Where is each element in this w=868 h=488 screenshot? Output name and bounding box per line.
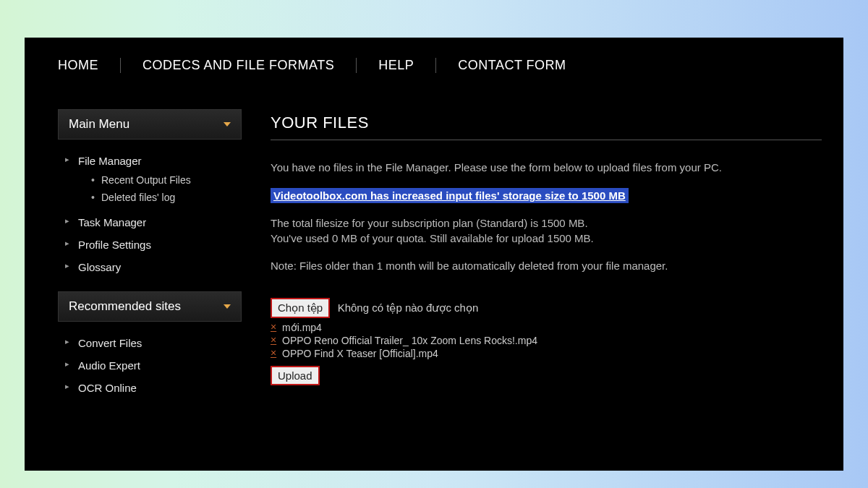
top-nav: HOME CODECS AND FILE FORMATS HELP CONTAC…: [25, 38, 843, 80]
choose-file-button[interactable]: Chọn tệp: [271, 298, 330, 318]
quota-line1: The total filesize for your subscription…: [271, 217, 588, 229]
quota-info: The total filesize for your subscription…: [271, 216, 822, 246]
menu-profile-settings[interactable]: Profile Settings: [62, 234, 237, 256]
page-title: YOUR FILES: [271, 114, 822, 140]
storage-announcement[interactable]: Videotoolbox.com has increased input fil…: [271, 188, 629, 203]
nav-contact[interactable]: CONTACT FORM: [436, 58, 587, 73]
nav-codecs[interactable]: CODECS AND FILE FORMATS: [121, 58, 357, 73]
rec-audio-expert[interactable]: Audio Expert: [62, 354, 237, 377]
nav-home[interactable]: HOME: [58, 58, 121, 73]
recommended-header[interactable]: Recommended sites: [58, 291, 242, 322]
recent-file-item[interactable]: mới.mp4: [271, 321, 822, 334]
note-text: Note: Files older than 1 month will be a…: [271, 259, 822, 273]
app-window: HOME CODECS AND FILE FORMATS HELP CONTAC…: [25, 38, 843, 471]
recommended-title: Recommended sites: [69, 299, 181, 314]
chevron-down-icon: [224, 122, 231, 127]
nav-help[interactable]: HELP: [357, 58, 436, 73]
quota-line2: You've used 0 MB of your quota. Still av…: [271, 232, 594, 244]
submenu-deleted-log[interactable]: Deleted files' log: [91, 189, 237, 206]
upload-form: Chọn tệp Không có tệp nào được chọn mới.…: [271, 298, 822, 385]
file-chosen-status: Không có tệp nào được chọn: [338, 301, 479, 314]
sidebar: Main Menu File Manager Recent Output Fil…: [58, 109, 242, 412]
main-menu-title: Main Menu: [69, 117, 129, 132]
recent-file-item[interactable]: OPPO Reno Official Trailer_ 10x Zoom Len…: [271, 334, 822, 347]
menu-task-manager[interactable]: Task Manager: [62, 211, 237, 234]
recent-files-list: mới.mp4 OPPO Reno Official Trailer_ 10x …: [271, 318, 822, 366]
chevron-down-icon: [224, 304, 231, 309]
submenu-recent-output[interactable]: Recent Output Files: [91, 171, 237, 189]
file-manager-submenu: Recent Output Files Deleted files' log: [78, 167, 237, 206]
recent-file-item[interactable]: OPPO Find X Teaser [Official].mp4: [271, 347, 822, 360]
rec-ocr-online[interactable]: OCR Online: [62, 377, 237, 399]
menu-file-manager[interactable]: File Manager Recent Output Files Deleted…: [62, 150, 237, 211]
upload-button[interactable]: Upload: [271, 366, 320, 385]
menu-label: File Manager: [78, 155, 142, 167]
main-menu-list: File Manager Recent Output Files Deleted…: [58, 140, 242, 291]
menu-glossary[interactable]: Glossary: [62, 256, 237, 278]
no-files-text: You have no files in the File Manager. P…: [271, 160, 822, 175]
rec-convert-files[interactable]: Convert Files: [62, 332, 237, 354]
main-menu-header[interactable]: Main Menu: [58, 109, 242, 140]
recommended-list: Convert Files Audio Expert OCR Online: [58, 322, 242, 412]
main-content: YOUR FILES You have no files in the File…: [271, 109, 822, 412]
